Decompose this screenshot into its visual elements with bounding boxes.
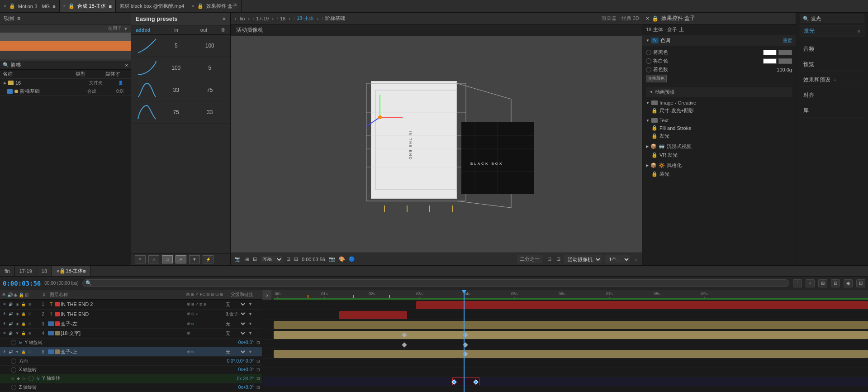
lock-icon-layer3[interactable]: 🔒 — [21, 321, 26, 326]
color-swatch-black[interactable] — [763, 50, 777, 55]
kf-y4a[interactable] — [402, 342, 407, 347]
parent-select-2[interactable]: 3.盒子-左 — [224, 311, 247, 317]
color-swatch-gray[interactable] — [778, 50, 792, 55]
stopwatch-xr[interactable] — [11, 367, 16, 373]
layer-row-4[interactable]: 👁 🔊 ▼ 🔒 ⊞ 4 [18-文字] 单 无 ▼ — [0, 329, 262, 338]
stopwatch-y4[interactable] — [11, 340, 16, 345]
parent-select-8[interactable]: 无 — [224, 349, 247, 355]
timeline-copy-btn[interactable]: ⊞ — [818, 279, 827, 287]
tab-effects[interactable]: × 🔒 效果控件 盒子 — [188, 0, 242, 12]
tab-18main-menu[interactable]: ≡ — [83, 268, 85, 274]
timeline-circle-btn[interactable]: ◉ — [844, 279, 853, 287]
layer-select[interactable]: 1个... — [605, 255, 630, 263]
track-clip-8[interactable] — [274, 350, 868, 358]
layer-row-8[interactable]: 👁 🔊 ▼ 🔒 ⊞ 8 盒子-上 单 fx 无 — [0, 347, 262, 357]
anim-text-header[interactable]: Text — [646, 117, 792, 124]
anim-presets-header[interactable]: 动画预设 — [646, 87, 792, 97]
easing-arrow-btn[interactable]: ▼ — [189, 255, 200, 263]
track-clip-1[interactable] — [416, 301, 868, 309]
kf-diamond-8[interactable]: ◆ — [17, 376, 20, 381]
fx-reset-btn[interactable]: 重置 — [783, 38, 792, 44]
glow-close-btn[interactable]: × — [858, 29, 860, 34]
breadcrumb-base[interactable]: 阶梯基础 — [325, 15, 345, 22]
easing-preset-1[interactable]: 5 100 — [131, 35, 230, 57]
easing-preset-4[interactable]: 75 33 — [131, 101, 230, 124]
easing-flash-btn[interactable]: ⚡ — [203, 255, 213, 263]
glow-search-input[interactable] — [811, 16, 868, 22]
parent-select-3[interactable]: 无 — [224, 321, 247, 327]
easing-text-btn[interactable]: A — [175, 255, 186, 263]
timeline-add-btn[interactable]: + — [806, 279, 815, 287]
radio-tint[interactable] — [646, 67, 651, 72]
anim-style-item[interactable]: 🔒 装光 — [646, 170, 792, 178]
layer-row-2[interactable]: 👁 🔊 ◉ 🔒 ⊞ 2 T IN THE END 单 ⊞ ✓ 3.盒子 — [0, 310, 262, 319]
eye-icon-8[interactable]: 👁 — [2, 349, 7, 354]
timeline-paste-btn[interactable]: ⊟ — [831, 279, 840, 287]
anim-image-creative-header[interactable]: Image - Creative — [646, 99, 792, 106]
easing-preset-3[interactable]: 33 75 — [131, 79, 230, 101]
nav-next-btn-4[interactable]: › — [316, 15, 320, 22]
solo-icon-4[interactable]: ▼ — [14, 330, 20, 336]
color-swatch-white[interactable] — [763, 58, 777, 64]
eye-icon-3[interactable]: 👁 — [2, 321, 7, 326]
timeline-tab-18main[interactable]: × 🔒 18-主体 ≡ — [52, 266, 91, 276]
audio-icon-1[interactable]: 🔊 — [8, 301, 14, 307]
breadcrumb-18[interactable]: 18 — [280, 16, 285, 21]
nav-next-btn[interactable]: › — [247, 15, 251, 22]
kf-right-8[interactable]: ▷ — [23, 376, 26, 381]
collapse-icon-3[interactable]: ⊞ — [27, 321, 33, 326]
eye-icon-2[interactable]: 👁 — [2, 311, 7, 317]
track-clip-2[interactable] — [339, 311, 407, 319]
solo-icon-3[interactable]: ◉ — [14, 321, 20, 326]
timeline-tab-fin[interactable]: fin — [0, 266, 15, 276]
lock-icon-layer4[interactable]: 🔒 — [21, 330, 26, 336]
tab-comp18[interactable]: × 🔒 合成 18-主体 ≡ — [60, 0, 116, 12]
close-icon-3[interactable]: × — [192, 4, 194, 9]
close-icon[interactable]: × — [4, 4, 6, 9]
expand-icon[interactable]: ⊡ — [546, 256, 553, 263]
effects-presets-menu[interactable]: ≡ — [832, 76, 837, 83]
nav-next-btn-2[interactable]: › — [270, 15, 275, 22]
zoom-control[interactable]: 25% 50% 100% — [261, 256, 283, 263]
layer-row-1[interactable]: 👁 🔊 ◉ 🔒 ⊞ 1 T IN THE END 2 单 ⊞ ✓ ⊠ ⊟ — [0, 300, 262, 309]
radio-white[interactable] — [646, 58, 651, 64]
anim-size-item[interactable]: 🔒 尺寸-发光+阴影 — [646, 106, 792, 115]
effects-close-icon[interactable]: × — [646, 15, 649, 22]
color-swatch-gray2[interactable] — [778, 58, 792, 64]
collapse-icon-1[interactable]: ⊞ — [27, 301, 33, 307]
align-section[interactable]: 对齐 — [800, 89, 864, 102]
audio-section[interactable]: 音频 — [800, 43, 864, 56]
zoom-select[interactable]: 25% 50% 100% — [261, 256, 283, 263]
eye-icon-4[interactable]: 👁 — [2, 330, 7, 336]
project-menu-icon[interactable]: ≡ — [17, 15, 20, 22]
tab-motion3[interactable]: × 🔒 Motion-3 - MG ≡ — [0, 0, 60, 12]
preview-area[interactable]: IN THE END BLACK BOX — [231, 36, 642, 253]
radio-black[interactable] — [646, 50, 651, 55]
search-close-icon[interactable]: × — [125, 62, 128, 68]
more-icon[interactable]: › — [634, 256, 638, 263]
library-section[interactable]: 库 — [800, 104, 864, 118]
list-item[interactable]: 阶梯基础 合成 0:0l — [0, 87, 131, 96]
fraction-select[interactable]: 二分之一 — [517, 255, 542, 263]
replace-color-button[interactable]: 交换颜色 — [646, 75, 667, 82]
stopwatch-zr[interactable] — [11, 385, 16, 390]
breadcrumb-fin[interactable]: fin — [240, 16, 245, 21]
audio-icon-3[interactable]: 🔊 — [8, 321, 14, 326]
breadcrumb-18main[interactable]: 18-主体 — [297, 15, 314, 22]
list-item[interactable]: 16 文件夹 👤 — [0, 79, 131, 87]
easing-square-btn[interactable]: □ — [162, 255, 173, 263]
tab-material[interactable]: 素材 black box @惜枫醉.mp4 — [116, 0, 188, 12]
timeline-box-btn[interactable]: ⊡ — [856, 279, 865, 287]
nav-next-btn-3[interactable]: › — [287, 15, 292, 22]
anim-vr-item[interactable]: 🔒 VR 发光 — [646, 151, 792, 159]
anim-fill-item[interactable]: 🔒 Fill and Stroke — [646, 124, 792, 132]
solo-icon-8[interactable]: ▼ — [14, 349, 20, 354]
effects-presets-section[interactable]: 效果和预设 ≡ — [800, 73, 864, 87]
solo-icon-2[interactable]: ◉ — [14, 311, 20, 317]
anim-vr-header[interactable]: 📦 🥽 沉浸式视频 — [646, 142, 792, 151]
solo-icon-1[interactable]: ◉ — [14, 301, 20, 307]
audio-icon-2[interactable]: 🔊 — [8, 311, 14, 317]
preview-dropdown-icon[interactable]: ▼ — [123, 26, 128, 31]
breadcrumb-1719[interactable]: 17-19 — [256, 16, 269, 21]
camera-select[interactable]: 活动摄像机 — [564, 255, 602, 263]
